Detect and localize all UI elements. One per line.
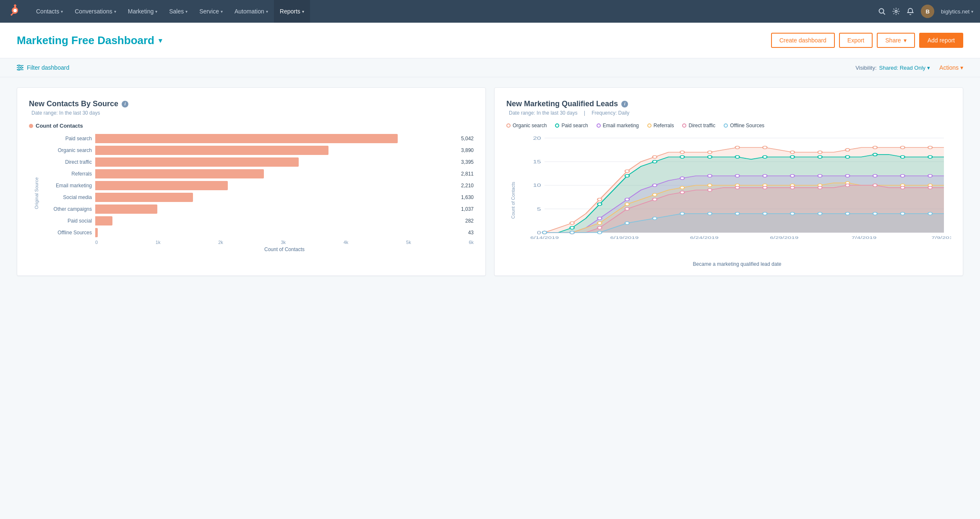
bar-fill <box>95 169 264 178</box>
nav-item-service[interactable]: Service ▾ <box>193 0 229 23</box>
bar-row: Referrals 2,811 <box>37 169 474 178</box>
visibility-label: Visibility: <box>855 65 876 71</box>
axis-tick: 4k <box>344 240 349 245</box>
chevron-down-icon: ▾ <box>971 9 973 14</box>
svg-point-34 <box>763 146 767 149</box>
bar-fill <box>95 181 228 190</box>
svg-point-69 <box>900 175 904 177</box>
svg-point-111 <box>818 212 822 215</box>
export-button[interactable]: Export <box>839 33 873 48</box>
bar-fill <box>95 146 328 155</box>
axis-tick: 2k <box>218 240 223 245</box>
svg-point-40 <box>928 146 932 149</box>
svg-point-100 <box>928 186 932 189</box>
svg-point-63 <box>735 175 739 177</box>
svg-point-98 <box>873 184 877 186</box>
svg-point-53 <box>873 153 877 156</box>
nav-item-automation[interactable]: Automation ▾ <box>229 0 274 23</box>
svg-point-31 <box>680 151 684 153</box>
svg-point-66 <box>818 175 822 177</box>
legend-item: Email marketing <box>597 123 639 128</box>
create-dashboard-button[interactable]: Create dashboard <box>771 33 835 48</box>
hubspot-logo[interactable] <box>7 3 22 20</box>
svg-point-37 <box>845 149 850 151</box>
bar-track <box>95 181 455 190</box>
gear-icon[interactable] <box>892 8 900 15</box>
svg-point-55 <box>928 156 932 158</box>
svg-point-33 <box>735 146 739 149</box>
actions-button[interactable]: Actions ▾ <box>939 64 963 71</box>
bar-label: Email marketing <box>37 183 92 189</box>
svg-point-101 <box>542 231 547 234</box>
bar-axis-ticks: 01k2k3k4k5k6k <box>95 240 474 245</box>
filter-dashboard-button[interactable]: Filter dashboard <box>17 64 69 71</box>
chevron-down-icon: ▾ <box>960 64 963 71</box>
nav-domain[interactable]: biglytics.net ▾ <box>941 8 973 15</box>
search-icon[interactable] <box>878 8 886 15</box>
add-report-button[interactable]: Add report <box>919 33 963 48</box>
svg-point-76 <box>680 186 684 189</box>
bar-value: 1,037 <box>461 206 474 212</box>
bar-label: Referrals <box>37 171 92 177</box>
bar-fill <box>95 216 112 225</box>
svg-text:6/29/2019: 6/29/2019 <box>770 235 798 240</box>
svg-point-0 <box>13 9 17 12</box>
nav-item-marketing[interactable]: Marketing ▾ <box>122 0 163 23</box>
bar-value: 1,630 <box>461 194 474 200</box>
svg-point-92 <box>708 189 712 191</box>
svg-point-108 <box>735 212 739 215</box>
bar-value: 2,210 <box>461 183 474 189</box>
bar-value: 5,042 <box>461 136 474 142</box>
svg-text:5: 5 <box>537 207 541 212</box>
chevron-down-icon: ▾ <box>159 37 162 45</box>
svg-point-115 <box>928 212 932 215</box>
info-icon[interactable]: i <box>621 101 628 107</box>
svg-point-36 <box>818 151 822 153</box>
chevron-down-icon: ▾ <box>266 9 268 14</box>
bar-label: Paid social <box>37 218 92 224</box>
nav-item-conversations[interactable]: Conversations ▾ <box>69 0 122 23</box>
svg-text:6/24/2019: 6/24/2019 <box>690 235 719 240</box>
bar-label: Paid search <box>37 136 92 142</box>
svg-point-75 <box>653 194 657 196</box>
bar-track <box>95 157 455 167</box>
bar-track <box>95 193 455 202</box>
bar-track <box>95 228 462 237</box>
svg-point-39 <box>900 146 904 149</box>
legend-label: Referrals <box>654 123 674 128</box>
nav-item-reports[interactable]: Reports ▾ <box>274 0 310 23</box>
svg-point-99 <box>900 186 904 189</box>
avatar[interactable]: B <box>921 5 934 18</box>
bar-chart: Paid search 5,042 Organic search 3,890 D… <box>37 134 474 237</box>
nav-item-contacts[interactable]: Contacts ▾ <box>30 0 69 23</box>
svg-point-28 <box>597 198 602 201</box>
visibility-value[interactable]: Shared: Read Only ▾ <box>879 65 930 71</box>
svg-point-62 <box>708 175 712 177</box>
axis-tick: 3k <box>281 240 286 245</box>
bar-fill <box>95 193 193 202</box>
share-button[interactable]: Share ▾ <box>877 33 915 48</box>
notifications-icon[interactable] <box>907 8 914 15</box>
svg-text:7/9/2019: 7/9/2019 <box>931 235 951 240</box>
bar-track <box>95 204 455 214</box>
nav-item-sales[interactable]: Sales ▾ <box>163 0 193 23</box>
filter-right: Visibility: Shared: Read Only ▾ Actions … <box>855 64 963 71</box>
svg-point-68 <box>873 175 877 177</box>
svg-point-97 <box>845 184 850 186</box>
svg-point-106 <box>680 212 684 215</box>
svg-point-42 <box>570 226 574 229</box>
page-title[interactable]: Marketing Free Dashboard ▾ <box>17 34 162 47</box>
bar-fill <box>95 204 157 214</box>
axis-tick: 0 <box>95 240 98 245</box>
legend-label: Organic search <box>513 123 547 128</box>
chevron-down-icon: ▾ <box>904 37 907 44</box>
legend-circle <box>647 123 652 128</box>
bar-chart-card: New Contacts By Source i Date range: In … <box>17 87 486 276</box>
svg-text:7/4/2019: 7/4/2019 <box>852 235 876 240</box>
svg-point-91 <box>680 191 684 194</box>
bar-row: Email marketing 2,210 <box>37 181 474 190</box>
svg-point-45 <box>653 160 657 163</box>
svg-text:6/19/2019: 6/19/2019 <box>610 235 639 240</box>
bar-value: 3,395 <box>461 159 474 165</box>
info-icon[interactable]: i <box>122 101 128 107</box>
